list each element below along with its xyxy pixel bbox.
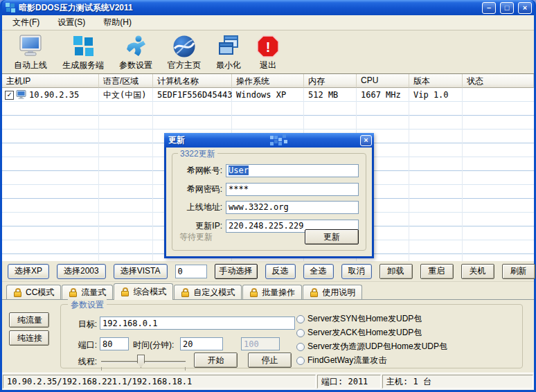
status-addresses: 10.90.2.35/192.168.221.1/192.168.18.1 [3,375,316,389]
time-input[interactable] [180,337,223,350]
column-header-version[interactable]: 版本 [409,74,463,88]
update-dialog: 更新 × 3322更新 希网帐号: User 希网密码: 上线地址: 更新IP: [164,133,374,258]
column-header-status[interactable]: 状态 [463,74,534,88]
table-row[interactable]: ✓ 10.90.2.35 中文(中国) 5EDF1F556D454 [2,88,534,102]
start-button[interactable]: 开始 [194,353,238,368]
account-label: 希网帐号: [172,165,222,177]
password-row: 希网密码: [172,182,359,196]
radio-icon[interactable] [296,329,305,337]
cell-version: Vip 1.0 [409,90,463,100]
dialog-close-button[interactable]: × [360,135,372,146]
exit-icon: ! [256,33,280,58]
select-2003-button[interactable]: 选择2003 [57,264,106,279]
radio-syn-udp[interactable]: Server发SYN包Home发UDP包 [296,313,422,325]
select-vista-button[interactable]: 选择VISTA [114,264,168,279]
tab-cc-mode[interactable]: CC模式 [6,285,61,299]
slider-thumb[interactable] [137,355,145,368]
radio-ack-udp[interactable]: Server发ACK包Home发UDP包 [296,327,422,339]
lock-icon [13,288,22,297]
address-label: 上线地址: [172,202,222,213]
column-header-cpu[interactable]: CPU [357,74,409,88]
port-input[interactable] [100,337,129,350]
cell-cpu: 1667 MHz [357,90,409,100]
menu-bar: 文件(F) 设置(S) 帮助(H) [2,15,534,30]
thread-label: 线程: [71,356,97,368]
radio-label: FindGetWay流量攻击 [307,355,386,366]
toolbar-exit[interactable]: ! 退出 [249,32,287,73]
target-label: 目标: [71,319,97,330]
tab-traffic-mode[interactable]: 流量式 [62,285,113,299]
column-header-memory[interactable]: 内存 [304,74,357,88]
radio-icon[interactable] [296,357,305,365]
update-button[interactable]: 更新 [305,229,359,244]
row-checkbox[interactable]: ✓ [5,91,14,100]
menu-file[interactable]: 文件(F) [6,15,46,30]
shutdown-button[interactable]: 关机 [461,264,494,279]
tab-instructions[interactable]: 使用说明 [303,285,362,299]
thread-slider[interactable] [101,361,186,362]
update-groupbox: 3322更新 希网帐号: User 希网密码: 上线地址: 更新IP: 等待更新… [172,153,366,251]
close-button[interactable]: × [518,2,532,14]
pure-traffic-button[interactable]: 纯流量 [9,312,49,328]
maximize-button[interactable]: □ [500,2,514,14]
tab-label: 批量操作 [262,287,295,299]
cell-memory: 512 MB [304,90,357,100]
toolbar-auto-online[interactable]: 自动上线 [6,32,55,73]
toolbar-generate-server[interactable]: 生成服务端 [55,32,111,73]
app-icon [5,2,16,13]
radio-findgetway[interactable]: FindGetWay流量攻击 [296,355,386,366]
select-all-button[interactable]: 全选 [303,264,334,279]
toolbar-label: 生成服务端 [62,60,104,71]
column-header-language[interactable]: 语言/区域 [99,74,153,88]
tab-batch-operations[interactable]: 批量操作 [242,285,302,299]
menu-help[interactable]: 帮助(H) [97,15,138,30]
select-count-input[interactable] [175,265,207,278]
tab-combined-mode[interactable]: 综合模式 [114,283,173,300]
svg-text:!: ! [266,39,271,55]
uninstall-button[interactable]: 卸载 [379,264,413,279]
radio-spoofed-udp[interactable]: Server发伪造源UDP包Home发UDP包 [296,341,447,353]
column-separator [409,88,409,261]
radio-icon[interactable] [296,343,305,351]
stop-button[interactable]: 停止 [248,353,292,368]
select-xp-button[interactable]: 选择XP [8,264,49,279]
manual-select-button[interactable]: 手动选择 [215,264,258,279]
cancel-button[interactable]: 取消 [341,264,372,279]
radio-icon[interactable] [296,315,305,323]
disabled-input [241,337,280,350]
tab-custom-mode[interactable]: 自定义模式 [174,285,242,299]
invert-selection-button[interactable]: 反选 [265,264,296,279]
lock-icon [310,288,319,297]
online-address-input[interactable] [226,201,359,214]
toolbar-official-homepage[interactable]: 官方主页 [160,32,208,73]
column-separator [98,88,99,261]
toolbar-label: 参数设置 [119,60,152,71]
toolbar-parameter-settings[interactable]: 参数设置 [111,32,160,73]
pure-connect-button[interactable]: 纯连接 [9,330,49,346]
account-row: 希网帐号: User [172,163,359,177]
toolbar-minimize[interactable]: 最小化 [208,32,249,73]
titlebar-pixel-decoration [270,136,274,139]
column-header-computer-name[interactable]: 计算机名称 [153,74,232,88]
column-header-host-ip[interactable]: 主机IP [2,74,99,88]
status-port: 端口: 2011 [317,375,381,389]
account-input[interactable]: User [226,164,359,177]
menu-settings[interactable]: 设置(S) [51,15,91,30]
lock-icon [69,288,78,297]
refresh-button[interactable]: 刷新 [502,264,535,279]
lock-icon [181,288,190,297]
groupbox-title: 3322更新 [178,148,217,160]
attack-panel: 纯流量 纯连接 参数设置 目标: 端口: 时间(分钟): 线程: 开始 停止 [2,299,534,373]
app-window: 暗影DDOS压力测试系统V2011 – □ × 文件(F) 设置(S) 帮助(H… [0,0,536,392]
groupbox-title: 参数设置 [68,299,107,311]
status-hosts: 主机: 1 台 [382,375,533,389]
column-header-os[interactable]: 操作系统 [232,74,304,88]
toolbar: 自动上线 生成服务端 [2,30,534,74]
reboot-button[interactable]: 重启 [420,264,454,279]
host-monitor-icon [16,90,27,100]
minimize-button[interactable]: – [482,2,496,14]
radio-label: Server发ACK包Home发UDP包 [307,327,422,339]
target-input[interactable] [100,317,295,330]
address-row: 上线地址: [172,200,359,214]
password-input[interactable] [226,183,359,196]
